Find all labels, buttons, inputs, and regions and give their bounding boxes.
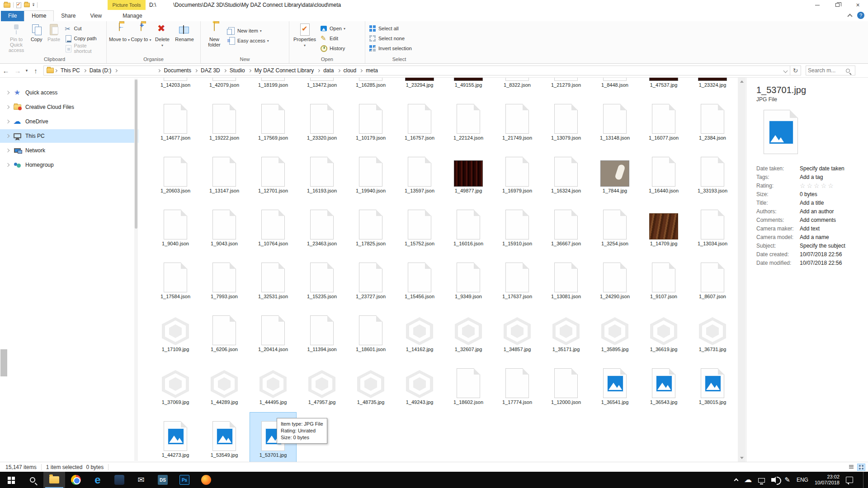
file-item[interactable]: 1_16979.json [494,148,541,199]
file-item[interactable]: 1_16016.json [445,201,492,252]
cut-button[interactable]: Cut [63,23,105,33]
sidebar-scrollbar[interactable] [134,79,138,461]
taskbar-file-explorer-icon[interactable] [43,472,65,488]
file-item[interactable]: 1_11394.json [298,306,345,357]
file-item[interactable]: 1_18199.json [250,78,297,93]
file-item[interactable]: 1_17774.json [494,359,541,410]
file-item[interactable]: 1_10179.json [347,95,394,146]
file-item[interactable]: 1_13079.json [542,95,590,146]
file-item[interactable]: 1_36667.json [542,201,590,252]
sidebar-item-network[interactable]: Network [0,144,138,157]
invert-selection-button[interactable]: Invert selection [367,43,414,53]
property-value[interactable]: 10/07/2018 22:56 [800,260,842,266]
property-value[interactable]: Add a tag [800,174,823,180]
file-item[interactable]: 1_15752.json [396,201,443,252]
expand-chevron-icon[interactable] [6,134,9,138]
file-item[interactable]: 1_16324.json [542,148,590,199]
file-item[interactable]: 1_44495.jpg [250,359,297,410]
start-button[interactable] [0,472,22,488]
file-item[interactable]: 1_17584.json [152,253,199,305]
minimize-button[interactable] [807,0,827,10]
property-value[interactable]: 10/07/2018 22:56 [800,251,842,258]
file-item[interactable]: 1_6206.json [201,306,248,357]
scroll-up-arrow-icon[interactable] [738,78,745,85]
file-item[interactable]: 1_23294.jpg [396,78,443,93]
file-item[interactable]: 1_20603.json [152,148,199,199]
new-folder-button[interactable]: New folder [203,22,226,54]
sidebar-item-creative-cloud-files[interactable]: Creative Cloud Files [0,100,138,114]
recent-locations-chevron-icon[interactable]: ▾ [24,66,30,75]
volume-tray-icon[interactable] [771,478,774,482]
language-indicator[interactable]: ENG [797,477,808,483]
file-item[interactable]: 1_13034.json [689,201,736,252]
file-item[interactable]: 1_35895.jpg [591,306,638,357]
vertical-scrollbar[interactable] [738,78,745,462]
new-folder-qat-icon[interactable] [24,3,30,7]
large-icons-view-icon[interactable] [857,464,865,471]
file-item[interactable]: 1_48735.jpg [347,359,394,410]
copy-path-button[interactable]: Copy path [63,33,105,43]
sidebar-item-this-pc[interactable]: This PC [0,129,138,143]
tab-home[interactable]: Home [24,10,54,21]
file-item[interactable]: 1_32531.json [250,253,297,305]
breadcrumb-segment[interactable]: meta [363,67,381,74]
expand-chevron-icon[interactable] [6,105,9,109]
help-icon[interactable]: ? [857,12,864,19]
file-item[interactable]: 1_17637.json [494,253,541,305]
file-item[interactable]: 1_49155.jpg [445,78,492,93]
file-item[interactable]: 1_44289.jpg [201,359,248,410]
customize-qat-chevron-icon[interactable]: ▾ [33,3,34,7]
file-item[interactable]: 1_49877.jpg [445,148,492,199]
file-item[interactable]: 1_13597.json [396,148,443,199]
search-input[interactable] [808,67,846,74]
network-tray-icon[interactable] [758,478,765,483]
scrollbar-thumb[interactable] [135,80,137,229]
new-item-button[interactable]: New item▾ [226,26,271,36]
file-item[interactable]: 1_8607.json [689,253,736,305]
sidebar-item-onedrive[interactable]: ☁OneDrive [0,115,138,128]
file-item[interactable]: 1_22124.json [445,95,492,146]
expand-chevron-icon[interactable] [6,163,9,167]
file-item[interactable]: 1_2384.json [689,95,736,146]
file-item[interactable]: 1_3254.json [591,201,638,252]
file-item[interactable]: 1_21279.json [542,78,590,93]
file-item[interactable]: 1_23727.json [347,253,394,305]
file-item[interactable]: 1_36731.jpg [689,306,736,357]
file-item[interactable]: 1_36619.jpg [640,306,687,357]
scroll-down-arrow-icon[interactable] [738,454,745,462]
pin-to-quick-access-button[interactable]: Pin to Quick access [5,22,28,54]
file-item[interactable]: 1_24290.json [591,253,638,305]
file-item[interactable]: 1_19940.json [347,148,394,199]
file-item[interactable]: 1_16077.json [640,95,687,146]
file-item[interactable]: 1_10764.json [250,201,297,252]
refresh-icon[interactable]: ↻ [790,66,801,75]
property-value[interactable]: 0 bytes [800,191,817,197]
close-button[interactable]: × [848,0,868,10]
breadcrumb-segment[interactable]: cloud [341,67,359,74]
file-item[interactable]: 1_7844.jpg [591,148,638,199]
file-item[interactable]: 1_23324.jpg [689,78,736,93]
address-dropdown-chevron-icon[interactable] [783,68,788,73]
easy-access-button[interactable]: Easy access▾ [226,36,271,46]
file-item[interactable]: 1_16757.json [396,95,443,146]
minimize-ribbon-icon[interactable] [847,14,852,19]
file-item[interactable]: 1_23463.json [298,201,345,252]
file-item[interactable]: 1_49243.jpg [396,359,443,410]
tab-file[interactable]: File [1,11,24,21]
sidebar-item-homegroup[interactable]: Homegroup [0,158,138,172]
file-item[interactable]: 1_44273.jpg [152,412,199,462]
taskbar-edge-icon[interactable]: e [87,472,108,488]
file-item[interactable]: 1_18601.json [347,306,394,357]
clock[interactable]: 23:02 10/07/2018 [815,474,840,486]
file-item[interactable]: 1_8322.json [494,78,541,93]
property-value[interactable]: Add text [800,225,820,232]
file-item[interactable]: 1_9349.json [445,253,492,305]
property-value[interactable]: Specify the subject [800,243,845,249]
file-item[interactable]: 1_13148.json [591,95,638,146]
file-item[interactable]: 1_8448.json [591,78,638,93]
paste-button[interactable]: Paste [45,22,62,54]
file-item[interactable]: 1_17825.json [347,201,394,252]
file-item[interactable]: 1_14677.json [152,95,199,146]
file-item[interactable]: 1_17109.jpg [152,306,199,357]
file-item[interactable]: 1_14203.json [152,78,199,93]
